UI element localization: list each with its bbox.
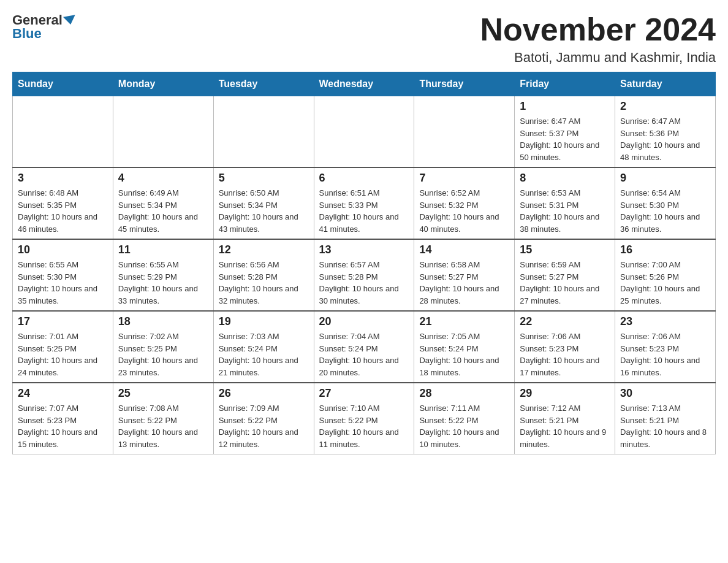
day-info: Sunrise: 7:06 AM Sunset: 5:23 PM Dayligh… [620, 331, 710, 378]
day-number: 4 [118, 172, 208, 185]
day-number: 14 [419, 243, 509, 256]
calendar-cell: 24Sunrise: 7:07 AM Sunset: 5:23 PM Dayli… [13, 383, 113, 454]
calendar-cell: 27Sunrise: 7:10 AM Sunset: 5:22 PM Dayli… [314, 383, 414, 454]
calendar-cell: 7Sunrise: 6:52 AM Sunset: 5:32 PM Daylig… [414, 167, 515, 239]
day-number: 9 [620, 172, 710, 185]
day-info: Sunrise: 7:01 AM Sunset: 5:25 PM Dayligh… [18, 331, 108, 378]
day-info: Sunrise: 6:55 AM Sunset: 5:30 PM Dayligh… [18, 259, 108, 307]
day-number: 13 [319, 243, 409, 256]
calendar-header-row: SundayMondayTuesdayWednesdayThursdayFrid… [13, 72, 716, 96]
day-info: Sunrise: 6:50 AM Sunset: 5:34 PM Dayligh… [219, 187, 309, 235]
day-number: 21 [419, 315, 509, 328]
day-info: Sunrise: 6:57 AM Sunset: 5:28 PM Dayligh… [319, 259, 409, 307]
subtitle: Batoti, Jammu and Kashmir, India [480, 50, 716, 66]
calendar-table: SundayMondayTuesdayWednesdayThursdayFrid… [12, 72, 716, 454]
calendar-cell [314, 96, 414, 168]
calendar-cell: 4Sunrise: 6:49 AM Sunset: 5:34 PM Daylig… [113, 167, 213, 239]
day-info: Sunrise: 6:53 AM Sunset: 5:31 PM Dayligh… [520, 187, 610, 235]
calendar-cell: 19Sunrise: 7:03 AM Sunset: 5:24 PM Dayli… [213, 311, 314, 383]
calendar-cell: 16Sunrise: 7:00 AM Sunset: 5:26 PM Dayli… [615, 239, 716, 311]
main-title: November 2024 [480, 12, 716, 47]
day-info: Sunrise: 7:07 AM Sunset: 5:23 PM Dayligh… [18, 402, 108, 450]
day-info: Sunrise: 6:47 AM Sunset: 5:36 PM Dayligh… [620, 115, 710, 163]
calendar-cell: 3Sunrise: 6:48 AM Sunset: 5:35 PM Daylig… [13, 167, 113, 239]
day-info: Sunrise: 7:11 AM Sunset: 5:22 PM Dayligh… [419, 402, 509, 450]
day-info: Sunrise: 7:02 AM Sunset: 5:25 PM Dayligh… [118, 331, 208, 378]
day-of-week-header: Tuesday [213, 72, 314, 96]
day-number: 22 [520, 315, 610, 328]
calendar-cell: 5Sunrise: 6:50 AM Sunset: 5:34 PM Daylig… [213, 167, 314, 239]
calendar-cell: 11Sunrise: 6:55 AM Sunset: 5:29 PM Dayli… [113, 239, 213, 311]
calendar-cell: 14Sunrise: 6:58 AM Sunset: 5:27 PM Dayli… [414, 239, 515, 311]
day-of-week-header: Monday [113, 72, 213, 96]
logo: General Blue [12, 12, 77, 42]
title-section: November 2024 Batoti, Jammu and Kashmir,… [480, 12, 716, 66]
calendar-cell: 18Sunrise: 7:02 AM Sunset: 5:25 PM Dayli… [113, 311, 213, 383]
day-number: 24 [18, 387, 108, 400]
calendar-cell: 15Sunrise: 6:59 AM Sunset: 5:27 PM Dayli… [515, 239, 615, 311]
day-number: 2 [620, 100, 710, 113]
day-info: Sunrise: 7:06 AM Sunset: 5:23 PM Dayligh… [520, 331, 610, 378]
day-of-week-header: Thursday [414, 72, 515, 96]
page-header: General Blue November 2024 Batoti, Jammu… [12, 12, 716, 66]
calendar-week-row: 3Sunrise: 6:48 AM Sunset: 5:35 PM Daylig… [13, 167, 716, 239]
day-info: Sunrise: 6:49 AM Sunset: 5:34 PM Dayligh… [118, 187, 208, 235]
calendar-cell: 28Sunrise: 7:11 AM Sunset: 5:22 PM Dayli… [414, 383, 515, 454]
day-info: Sunrise: 7:03 AM Sunset: 5:24 PM Dayligh… [219, 331, 309, 378]
calendar-cell [113, 96, 213, 168]
day-number: 3 [18, 172, 108, 185]
calendar-cell: 13Sunrise: 6:57 AM Sunset: 5:28 PM Dayli… [314, 239, 414, 311]
day-of-week-header: Friday [515, 72, 615, 96]
calendar-cell: 2Sunrise: 6:47 AM Sunset: 5:36 PM Daylig… [615, 96, 716, 168]
calendar-cell: 30Sunrise: 7:13 AM Sunset: 5:21 PM Dayli… [615, 383, 716, 454]
calendar-week-row: 10Sunrise: 6:55 AM Sunset: 5:30 PM Dayli… [13, 239, 716, 311]
calendar-cell: 8Sunrise: 6:53 AM Sunset: 5:31 PM Daylig… [515, 167, 615, 239]
calendar-week-row: 1Sunrise: 6:47 AM Sunset: 5:37 PM Daylig… [13, 96, 716, 168]
day-number: 12 [219, 243, 309, 256]
day-info: Sunrise: 6:55 AM Sunset: 5:29 PM Dayligh… [118, 259, 208, 307]
day-number: 28 [419, 387, 509, 400]
day-info: Sunrise: 6:58 AM Sunset: 5:27 PM Dayligh… [419, 259, 509, 307]
day-number: 10 [18, 243, 108, 256]
day-info: Sunrise: 7:04 AM Sunset: 5:24 PM Dayligh… [319, 331, 409, 378]
calendar-cell: 26Sunrise: 7:09 AM Sunset: 5:22 PM Dayli… [213, 383, 314, 454]
calendar-cell [13, 96, 113, 168]
day-of-week-header: Wednesday [314, 72, 414, 96]
logo-blue-text: Blue [12, 26, 42, 42]
calendar-cell: 10Sunrise: 6:55 AM Sunset: 5:30 PM Dayli… [13, 239, 113, 311]
day-number: 26 [219, 387, 309, 400]
day-of-week-header: Saturday [615, 72, 716, 96]
calendar-cell: 25Sunrise: 7:08 AM Sunset: 5:22 PM Dayli… [113, 383, 213, 454]
logo-arrow-icon [63, 15, 77, 25]
day-number: 29 [520, 387, 610, 400]
day-number: 20 [319, 315, 409, 328]
calendar-week-row: 17Sunrise: 7:01 AM Sunset: 5:25 PM Dayli… [13, 311, 716, 383]
calendar-cell [414, 96, 515, 168]
calendar-week-row: 24Sunrise: 7:07 AM Sunset: 5:23 PM Dayli… [13, 383, 716, 454]
calendar-cell: 20Sunrise: 7:04 AM Sunset: 5:24 PM Dayli… [314, 311, 414, 383]
day-number: 30 [620, 387, 710, 400]
calendar-cell: 29Sunrise: 7:12 AM Sunset: 5:21 PM Dayli… [515, 383, 615, 454]
day-info: Sunrise: 7:00 AM Sunset: 5:26 PM Dayligh… [620, 259, 710, 307]
calendar-cell: 21Sunrise: 7:05 AM Sunset: 5:24 PM Dayli… [414, 311, 515, 383]
day-number: 27 [319, 387, 409, 400]
day-info: Sunrise: 7:12 AM Sunset: 5:21 PM Dayligh… [520, 402, 610, 450]
day-info: Sunrise: 7:10 AM Sunset: 5:22 PM Dayligh… [319, 402, 409, 450]
day-number: 18 [118, 315, 208, 328]
day-number: 25 [118, 387, 208, 400]
day-info: Sunrise: 7:08 AM Sunset: 5:22 PM Dayligh… [118, 402, 208, 450]
calendar-cell: 23Sunrise: 7:06 AM Sunset: 5:23 PM Dayli… [615, 311, 716, 383]
day-number: 8 [520, 172, 610, 185]
day-info: Sunrise: 6:48 AM Sunset: 5:35 PM Dayligh… [18, 187, 108, 235]
day-number: 19 [219, 315, 309, 328]
day-info: Sunrise: 6:52 AM Sunset: 5:32 PM Dayligh… [419, 187, 509, 235]
day-number: 5 [219, 172, 309, 185]
day-number: 16 [620, 243, 710, 256]
day-number: 1 [520, 100, 610, 113]
day-number: 6 [319, 172, 409, 185]
day-info: Sunrise: 7:05 AM Sunset: 5:24 PM Dayligh… [419, 331, 509, 378]
day-info: Sunrise: 7:09 AM Sunset: 5:22 PM Dayligh… [219, 402, 309, 450]
day-info: Sunrise: 6:54 AM Sunset: 5:30 PM Dayligh… [620, 187, 710, 235]
calendar-cell: 6Sunrise: 6:51 AM Sunset: 5:33 PM Daylig… [314, 167, 414, 239]
day-number: 11 [118, 243, 208, 256]
